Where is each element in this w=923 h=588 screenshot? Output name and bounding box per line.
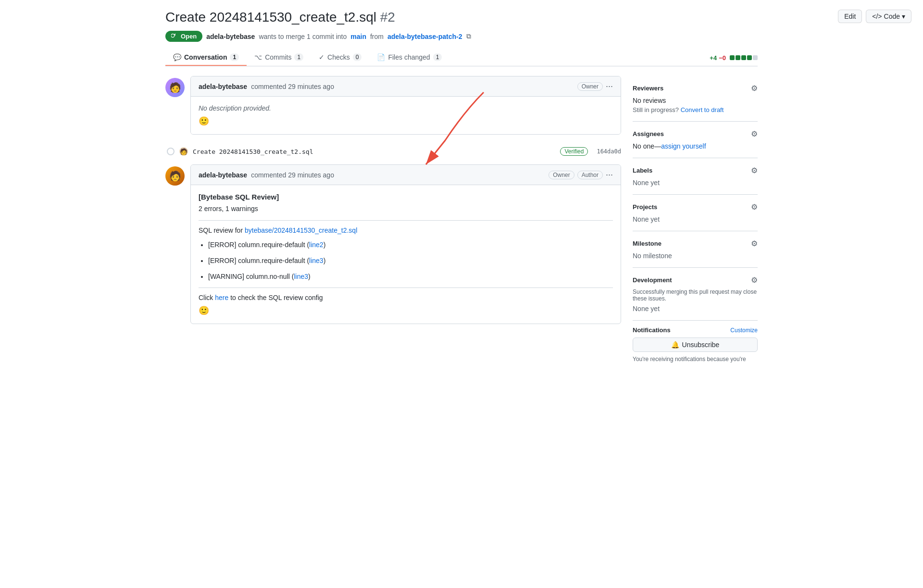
verified-badge: Verified <box>560 147 588 156</box>
owner-badge-second: Owner <box>549 171 574 179</box>
tab-files-changed[interactable]: 📄 Files changed 1 <box>369 50 449 66</box>
config-link[interactable]: here <box>215 294 228 301</box>
tabs-bar: 💬 Conversation 1 ⌥ Commits 1 ✓ Checks 0 … <box>165 50 758 66</box>
author-badge: Author <box>577 171 603 179</box>
diff-box-2 <box>736 55 740 60</box>
emoji-button-second[interactable]: 🙂 <box>199 305 209 316</box>
files-icon: 📄 <box>377 53 385 61</box>
review-divider-top <box>199 220 613 221</box>
first-comment-thread: 🧑 adela-bytebase commented 29 minutes ag… <box>165 76 621 135</box>
avatar-first: 🧑 <box>165 78 185 97</box>
second-comment-thread: 🧑 <box>165 164 621 324</box>
first-comment-box: adela-bytebase commented 29 minutes ago … <box>190 76 621 135</box>
milestone-gear-button[interactable]: ⚙ <box>751 239 758 248</box>
sidebar: Reviewers ⚙ No reviews Still in progress… <box>633 76 758 370</box>
sidebar-notifications: Notifications Customize 🔔 Unsubscribe Yo… <box>633 321 758 370</box>
sidebar-assignees: Assignees ⚙ No one—assign yourself <box>633 122 758 158</box>
sidebar-development: Development ⚙ Successfully merging this … <box>633 268 758 321</box>
more-options-button[interactable]: ··· <box>606 81 613 91</box>
list-item: [WARNING] column.no-null (line3) <box>208 272 613 282</box>
assignees-value: No one—assign yourself <box>633 142 758 150</box>
emoji-button-first[interactable]: 🙂 <box>199 116 209 126</box>
labels-gear-button[interactable]: ⚙ <box>751 166 758 175</box>
more-options-button-second[interactable]: ··· <box>606 170 613 180</box>
diff-stat: +4 −0 <box>710 50 758 66</box>
line3-link-2[interactable]: line3 <box>294 273 308 280</box>
list-item: [ERROR] column.require-default (line3) <box>208 256 613 266</box>
commit-line: 🧑 Create 20248141530_create_t2.sql Verif… <box>165 142 621 161</box>
copy-icon[interactable]: ⧉ <box>466 32 471 40</box>
pr-subtitle: Open adela-bytebase wants to merge 1 com… <box>165 31 758 42</box>
assign-yourself-link[interactable]: assign yourself <box>661 142 706 150</box>
diff-box-1 <box>730 55 735 60</box>
edit-button[interactable]: Edit <box>838 10 862 23</box>
sidebar-reviewers: Reviewers ⚙ No reviews Still in progress… <box>633 76 758 122</box>
reviewers-gear-button[interactable]: ⚙ <box>751 84 758 93</box>
commit-avatar: 🧑 <box>179 147 188 156</box>
sql-review-link[interactable]: bytebase/20248141530_create_t2.sql <box>245 226 357 234</box>
first-comment-header: adela-bytebase commented 29 minutes ago … <box>191 76 621 97</box>
assignees-gear-button[interactable]: ⚙ <box>751 129 758 138</box>
development-desc: Successfully merging this pull request m… <box>633 288 758 302</box>
conversation-icon: 💬 <box>173 53 181 61</box>
diff-box-5 <box>753 55 758 60</box>
commits-icon: ⌥ <box>254 53 262 61</box>
customize-notifications-link[interactable]: Customize <box>730 327 758 334</box>
code-button[interactable]: </> Code ▾ <box>866 10 911 23</box>
commit-dot <box>167 148 175 155</box>
review-divider-bottom <box>199 288 613 288</box>
development-gear-button[interactable]: ⚙ <box>751 275 758 285</box>
second-comment-box: adela-bytebase commented 29 minutes ago … <box>190 164 621 324</box>
avatar-second: 🧑 <box>165 166 185 186</box>
target-branch-link[interactable]: main <box>350 33 366 40</box>
pr-title: Create 20248141530_create_t2.sql #2 <box>165 10 758 25</box>
list-item: [ERROR] column.require-default (line2) <box>208 240 613 250</box>
sidebar-milestone: Milestone ⚙ No milestone <box>633 231 758 268</box>
status-badge: Open <box>165 31 202 42</box>
source-branch-link[interactable]: adela-bytebase-patch-2 <box>387 33 462 40</box>
draft-text: Still in progress? Convert to draft <box>633 106 758 113</box>
review-body: [Bytebase SQL Review] 2 errors, 1 warnin… <box>191 185 621 324</box>
sidebar-projects: Projects ⚙ None yet <box>633 195 758 231</box>
unsubscribe-button[interactable]: 🔔 Unsubscribe <box>633 338 758 352</box>
diff-box-3 <box>741 55 746 60</box>
open-icon <box>171 33 178 40</box>
second-comment-header: adela-bytebase commented 29 minutes ago … <box>191 165 621 185</box>
diff-box-4 <box>747 55 752 60</box>
line3-link-1[interactable]: line3 <box>309 257 324 264</box>
line2-link[interactable]: line2 <box>309 241 324 249</box>
owner-badge: Owner <box>577 82 603 91</box>
tab-commits[interactable]: ⌥ Commits 1 <box>247 50 311 66</box>
code-icon: </> <box>872 13 882 20</box>
tab-conversation[interactable]: 💬 Conversation 1 <box>165 50 247 66</box>
convert-to-draft-link[interactable]: Convert to draft <box>681 106 724 113</box>
first-comment-body: No description provided. 🙂 <box>191 97 621 134</box>
review-errors-list: [ERROR] column.require-default (line2) [… <box>208 240 613 282</box>
click-config-text: Click here to check the SQL review confi… <box>199 294 613 301</box>
tab-checks[interactable]: ✓ Checks 0 <box>311 50 369 66</box>
bell-icon: 🔔 <box>671 341 679 349</box>
checks-icon: ✓ <box>319 53 324 61</box>
sql-review-text: SQL review for bytebase/20248141530_crea… <box>199 226 613 234</box>
projects-gear-button[interactable]: ⚙ <box>751 202 758 212</box>
sidebar-labels: Labels ⚙ None yet <box>633 158 758 195</box>
chevron-down-icon: ▾ <box>902 13 905 20</box>
